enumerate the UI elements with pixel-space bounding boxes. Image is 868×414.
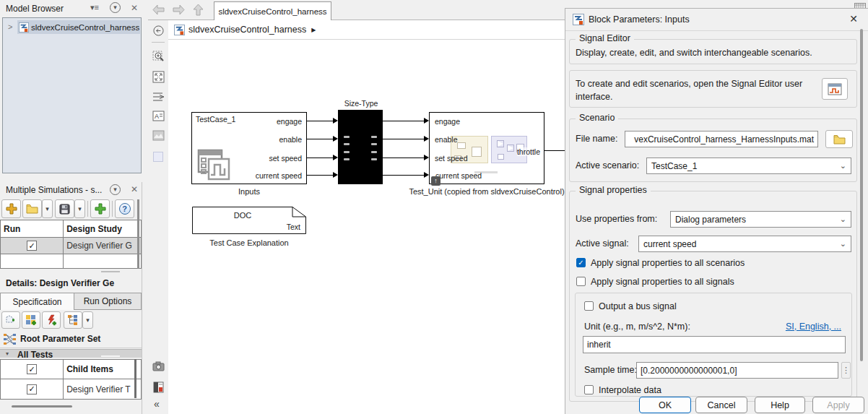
unit-systems-link[interactable]: SI, English, ... xyxy=(786,322,841,332)
model-browser-close-icon[interactable]: ✕ xyxy=(131,3,138,13)
browse-file-button[interactable] xyxy=(825,130,853,148)
add-constraint-button[interactable] xyxy=(1,311,20,329)
hierarchy-view-button[interactable] xyxy=(64,311,82,329)
sample-time-input[interactable]: [0.2000000000000001,0] xyxy=(636,362,838,379)
file-name-label: File name: xyxy=(576,134,617,144)
doc-block-name[interactable]: Test Case Explanation xyxy=(192,238,306,247)
signal-wire[interactable] xyxy=(383,158,424,158)
sample-time-ellipsis-button[interactable]: ⋮ xyxy=(841,362,851,379)
horizontal-scrollbar[interactable] xyxy=(12,405,72,407)
child-items-header[interactable]: Child Items xyxy=(64,360,141,379)
dv-test-cell[interactable]: Design Verifier T xyxy=(64,379,141,399)
signal-wire[interactable] xyxy=(307,139,333,139)
image-icon[interactable] xyxy=(152,130,165,143)
inputs-block-name[interactable]: Inputs xyxy=(191,187,307,196)
apply-scenarios-checkbox[interactable]: ✓ xyxy=(576,258,586,267)
dv-test-checkbox[interactable]: ✓ xyxy=(27,384,37,394)
zoom-region-icon[interactable] xyxy=(152,51,165,65)
dialog-close-icon[interactable]: ✕ xyxy=(849,13,858,25)
child-items-checkbox[interactable]: ✓ xyxy=(27,364,37,374)
size-type-block[interactable] xyxy=(338,110,383,184)
back-icon[interactable] xyxy=(152,4,165,18)
hierarchy-dropdown-button[interactable]: ▾ xyxy=(82,311,93,329)
signal-wire[interactable] xyxy=(383,175,424,176)
output-bus-checkbox[interactable] xyxy=(584,301,594,311)
route-signals-icon[interactable] xyxy=(152,91,165,104)
annotation-icon[interactable]: A xyxy=(152,110,165,124)
ok-button[interactable]: OK xyxy=(639,397,691,413)
dialog-scrollbar[interactable] xyxy=(860,29,863,361)
tab-run-options[interactable]: Run Options xyxy=(74,293,142,310)
ms-scrollbar[interactable] xyxy=(137,199,139,269)
breadcrumb[interactable]: sldvexCruiseControl_harness ▶ xyxy=(168,20,565,40)
table-row[interactable]: ✓ Child Items xyxy=(1,360,141,379)
forward-icon[interactable] xyxy=(172,4,186,18)
active-signal-combo[interactable]: current speed ⌄ xyxy=(638,236,851,252)
fit-to-view-icon[interactable] xyxy=(152,71,165,85)
signal-wire[interactable] xyxy=(383,139,424,139)
breadcrumb-label[interactable]: sldvexCruiseControl_harness xyxy=(188,25,306,35)
file-name-input[interactable]: vexCruiseControl_harness_HarnessInputs.m… xyxy=(625,131,818,147)
column-header-design-study[interactable]: Design Study xyxy=(64,220,141,238)
help-button[interactable]: Help xyxy=(755,397,805,413)
collapse-icon[interactable]: « xyxy=(154,398,160,410)
signal-wire[interactable] xyxy=(307,158,333,158)
ms-panel-collapse-icon[interactable]: ▾ xyxy=(110,184,121,195)
viewmarks-icon[interactable] xyxy=(153,381,164,395)
open-dropdown-button[interactable]: ▾ xyxy=(42,199,53,218)
all-tests-row-clipped[interactable]: ▾ All Tests xyxy=(0,349,142,358)
open-button[interactable] xyxy=(22,199,42,218)
size-type-block-name[interactable]: Size-Type xyxy=(329,99,394,108)
splitter-grip-2[interactable] xyxy=(101,355,120,357)
active-scenario-combo[interactable]: TestCase_1 ⌄ xyxy=(646,158,851,174)
apply-scenarios-label: Apply signal properties to all scenarios xyxy=(591,258,745,268)
root-parameter-set-row[interactable]: Root Parameter Set xyxy=(0,330,142,348)
green-plus-icon xyxy=(95,203,106,215)
inputs-block[interactable]: TestCase_1 engage enable set speed curre… xyxy=(191,112,307,184)
wire-arrowhead xyxy=(424,172,429,178)
table-row[interactable]: ✓ Design Verifier G xyxy=(1,238,141,254)
apply-button[interactable]: Apply xyxy=(812,397,864,413)
add-parameter-set-button[interactable] xyxy=(22,311,40,329)
add-item-button[interactable] xyxy=(90,199,110,218)
panel-menu-icon[interactable]: ▾≡ xyxy=(90,3,103,12)
details-scrollbar[interactable] xyxy=(134,359,136,398)
throttle-wire[interactable] xyxy=(544,150,565,151)
signal-wire[interactable] xyxy=(383,121,424,121)
signal-wire[interactable] xyxy=(307,175,333,176)
area-icon[interactable] xyxy=(153,152,163,162)
save-button[interactable] xyxy=(55,199,74,218)
up-icon[interactable] xyxy=(192,3,204,19)
test-unit-block[interactable]: engage enable set speed current speed th… xyxy=(429,112,544,184)
add-design-study-button[interactable] xyxy=(1,199,21,218)
back-to-parent-icon[interactable] xyxy=(153,25,164,38)
run-checkbox[interactable]: ✓ xyxy=(27,241,37,251)
tree-item-harness[interactable]: sldvexCruiseControl_harness xyxy=(17,20,140,34)
open-signal-editor-button[interactable] xyxy=(822,78,848,100)
help-button[interactable]: ? xyxy=(115,199,134,218)
test-unit-block-name[interactable]: Test_Unit (copied from sldvexCruiseContr… xyxy=(400,187,573,196)
save-dropdown-button[interactable]: ▾ xyxy=(74,199,85,218)
apply-signals-checkbox[interactable] xyxy=(576,277,586,286)
cancel-button[interactable]: Cancel xyxy=(695,397,747,413)
column-header-run[interactable]: Run xyxy=(1,220,64,238)
gold-plus-icon xyxy=(6,203,17,215)
camera-icon[interactable] xyxy=(152,361,165,374)
harness-badge-icon[interactable]: ↑ xyxy=(431,176,440,186)
design-study-cell[interactable]: Design Verifier G xyxy=(64,238,141,254)
add-fault-button[interactable] xyxy=(42,311,61,329)
tab-specification[interactable]: Specification xyxy=(0,293,74,310)
document-tab[interactable]: sldvexCruiseControl_harness xyxy=(214,1,331,21)
multiple-simulations-close-icon[interactable]: ✕ xyxy=(131,184,138,194)
use-properties-combo[interactable]: Dialog parameters ⌄ xyxy=(670,211,851,228)
doc-block[interactable]: DOC Text xyxy=(192,207,306,234)
interpolate-checkbox[interactable] xyxy=(584,385,594,394)
tree-expand-icon[interactable]: > xyxy=(8,22,12,31)
panel-collapse-icon[interactable]: ▾ xyxy=(110,2,121,13)
signal-wire[interactable] xyxy=(307,121,333,121)
table-row-empty[interactable] xyxy=(1,254,141,268)
breadcrumb-arrow-icon[interactable]: ▶ xyxy=(311,27,316,33)
unit-input[interactable]: inherit xyxy=(583,336,846,353)
table-row[interactable]: ✓ Design Verifier T xyxy=(1,379,141,399)
splitter-grip[interactable] xyxy=(101,271,120,272)
